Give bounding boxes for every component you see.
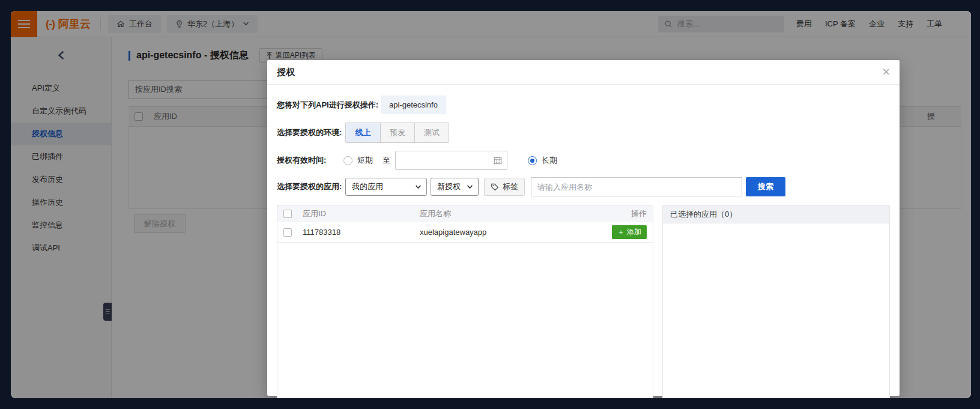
table-row: 111783318 xuelapigatewayapp ＋ 添加 [277,222,653,243]
select-app-label: 选择要授权的应用: [277,181,345,192]
env-button-group: 线上 预发 测试 [345,123,449,143]
env-tab-staging[interactable]: 预发 [380,123,414,142]
long-term-label: 长期 [542,155,557,166]
col-app-name: 应用名称 [420,208,605,219]
modal-select-all-checkbox[interactable] [283,210,292,218]
browser-window: (-) 阿里云 工作台 华东2（上海） 费用 ICP 备案 企业 支持 工单 [11,11,971,398]
cell-app-id: 111783318 [303,228,420,237]
app-source-select[interactable]: 我的应用 [345,178,427,196]
valid-time-label: 授权有效时间: [277,155,339,166]
expiry-date-input[interactable] [395,151,507,170]
close-icon[interactable]: × [882,65,890,79]
api-name-tag: api-getecsinfo [381,95,446,114]
row-checkbox[interactable] [283,228,292,237]
until-label: 至 [383,155,390,166]
short-term-label: 短期 [357,155,373,166]
tag-filter-button[interactable]: 标签 [484,178,525,196]
env-label: 选择要授权的环境: [277,127,345,138]
chevron-down-icon [467,185,473,189]
chevron-down-icon [415,185,422,189]
modal-search-button[interactable]: 搜索 [746,177,785,196]
api-operation-label: 您将对下列API进行授权操作: [277,100,378,111]
modal-title: 授权 [277,67,295,78]
calendar-icon [494,156,502,165]
selectable-apps-table: 应用ID 应用名称 操作 111783318 xuelapigatewayapp… [277,205,653,398]
apps-table-header: 应用ID 应用名称 操作 [277,205,653,222]
selected-apps-panel: 已选择的应用（0） [662,205,890,398]
cell-app-name: xuelapigatewayapp [420,228,605,237]
env-tab-test[interactable]: 测试 [414,123,449,142]
short-term-radio[interactable] [343,156,352,165]
col-app-id: 应用ID [303,208,420,219]
env-tab-online[interactable]: 线上 [346,123,380,142]
auth-type-select[interactable]: 新授权 [431,178,479,196]
long-term-radio[interactable] [528,156,537,165]
col-action: 操作 [605,208,647,219]
tag-icon [491,183,499,191]
plus-icon: ＋ [617,227,625,237]
add-app-button[interactable]: ＋ 添加 [612,225,647,239]
selected-apps-header: 已选择的应用（0） [663,205,889,223]
app-name-input[interactable] [531,177,742,196]
authorize-modal: 授权 × 您将对下列API进行授权操作: api-getecsinfo 选择要授… [267,60,900,396]
